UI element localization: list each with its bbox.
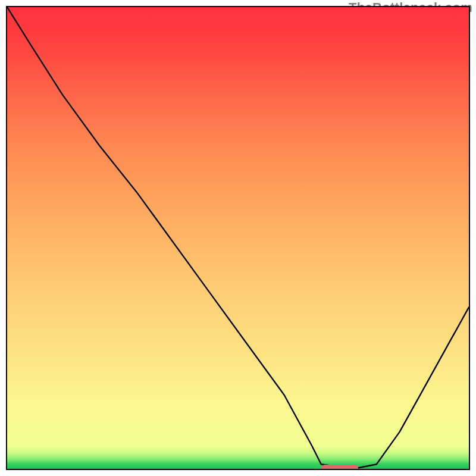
optimal-range-marker [321,465,358,470]
curve-svg [7,7,469,469]
bottleneck-curve [7,7,469,469]
chart-container: TheBottleneck.com [0,0,476,476]
plot-area [6,6,470,470]
